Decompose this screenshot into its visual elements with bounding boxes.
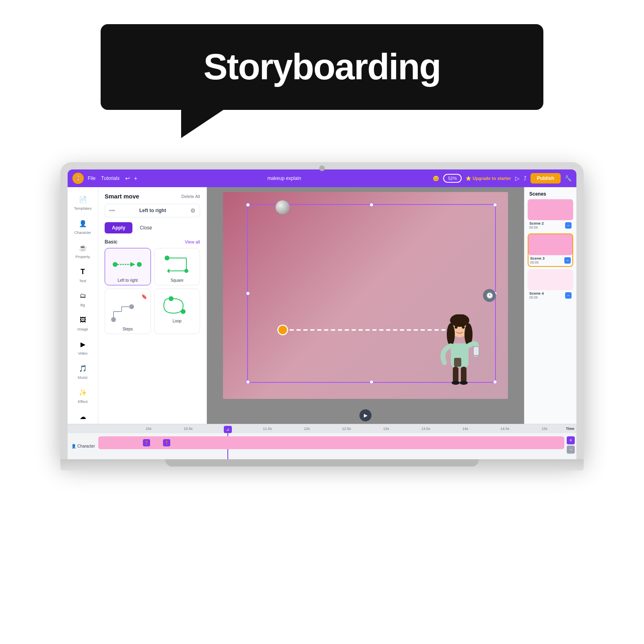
- settings-gear-icon[interactable]: ⚙: [190, 207, 196, 214]
- sidebar-label-character: Character: [74, 230, 91, 235]
- sidebar-label-music: Music: [78, 375, 88, 380]
- image-icon: 🖼: [77, 314, 89, 326]
- handle-bm[interactable]: [369, 380, 374, 384]
- sidebar-label-text: Text: [79, 279, 86, 283]
- time-controls: + −: [567, 436, 575, 454]
- scene-name-4: Scene 4: [529, 291, 544, 295]
- zoom-control[interactable]: 52%: [443, 174, 462, 183]
- smart-move-dropdown[interactable]: ••• Left to right ⚙: [105, 204, 200, 217]
- tick-12s: 12s: [287, 427, 326, 431]
- sidebar-item-video[interactable]: ▶ Video: [69, 335, 97, 359]
- steps-path-svg: [109, 302, 146, 324]
- add-icon[interactable]: +: [134, 175, 137, 182]
- sidebar-item-image[interactable]: 🖼 Image: [69, 311, 97, 334]
- scene-delete-2[interactable]: −: [565, 222, 572, 229]
- sidebar-item-uploads[interactable]: ☁ Uploads: [69, 408, 97, 424]
- sidebar-item-property[interactable]: ☕ Property: [69, 239, 97, 262]
- speech-bubble-container: Storyboarding: [101, 24, 543, 110]
- scene-thumb-3[interactable]: Scene 3 00:05 −: [528, 233, 573, 267]
- scene-name-2: Scene 2: [529, 221, 544, 225]
- tick-10s: 10s: [129, 427, 168, 431]
- keyframe-2[interactable]: 📍: [163, 439, 170, 446]
- scene-delete-3[interactable]: −: [564, 257, 571, 264]
- play-preview-icon[interactable]: ▷: [515, 175, 520, 182]
- sidebar-item-effect[interactable]: ✨ Effect: [69, 384, 97, 407]
- motion-card-square[interactable]: Square: [154, 248, 200, 285]
- scene-thumbnail-3: [528, 234, 572, 255]
- timeline-tracks: 👤 Character 📍 📍: [68, 433, 576, 459]
- svg-rect-27: [473, 347, 479, 355]
- tools-icon[interactable]: 🔧: [565, 175, 572, 182]
- keyframe-1[interactable]: 📍: [143, 439, 150, 446]
- sidebar-item-text[interactable]: T Text: [69, 263, 97, 286]
- timeline-area: 10s 10.5s 11s ⊿ 11.5s 12s 12.5s: [68, 424, 576, 459]
- handle-br[interactable]: [493, 380, 497, 384]
- tutorials-menu[interactable]: Tutorials: [101, 175, 120, 181]
- play-button[interactable]: ▶: [359, 409, 372, 421]
- character-track-bar[interactable]: 📍 📍: [98, 436, 564, 449]
- file-menu[interactable]: File: [88, 175, 95, 181]
- laptop-hinge: [165, 459, 479, 466]
- handle-tl[interactable]: [246, 203, 250, 207]
- motion-card-left-to-right[interactable]: Left to right: [105, 248, 151, 285]
- svg-point-31: [460, 381, 468, 385]
- handle-bl[interactable]: [246, 380, 250, 384]
- undo-icon[interactable]: ↩: [125, 175, 130, 182]
- tick-13-5s: 13.5s: [406, 427, 446, 431]
- smart-move-panel: Smart move Delete All ••• Left to right …: [98, 187, 207, 424]
- sidebar-item-music[interactable]: 🎵 Music: [69, 359, 97, 383]
- bg-icon: 🗂: [77, 290, 89, 301]
- svg-point-17: [181, 309, 186, 314]
- track-content[interactable]: 📍 📍: [98, 433, 576, 459]
- scene-info-4: Scene 4 00:05 −: [528, 290, 573, 301]
- sidebar-item-character[interactable]: 👤 Character: [69, 215, 97, 238]
- scene-time-4: 00:05: [529, 295, 544, 299]
- delete-all-button[interactable]: Delete All: [182, 194, 200, 199]
- time-increase-btn[interactable]: +: [567, 436, 575, 444]
- app-logo[interactable]: 🎨: [72, 173, 84, 184]
- tick-14s: 14s: [446, 427, 485, 431]
- laptop-body: 🎨 File Tutorials ↩ + makeup explain 😊 52…: [60, 162, 584, 459]
- time-label: Time: [564, 427, 576, 431]
- sidebar-item-bg[interactable]: 🗂 Bg: [69, 287, 97, 310]
- character-icon: 👤: [77, 218, 89, 229]
- clock-icon: 🕐: [483, 289, 496, 302]
- tick-15s: 15s: [525, 427, 564, 431]
- svg-point-0: [113, 262, 118, 267]
- upgrade-button[interactable]: ⭐ Upgrade to starter: [466, 176, 511, 181]
- project-name[interactable]: makeup explain: [141, 175, 427, 181]
- sidebar-label-templates: Templates: [74, 206, 91, 211]
- scenes-panel: Scenes Scene 2 00:06 −: [524, 187, 576, 424]
- svg-marker-2: [130, 262, 135, 267]
- motion-card-label-loop: Loop: [173, 319, 182, 323]
- timeline-ruler: 10s 10.5s 11s ⊿ 11.5s 12s 12.5s: [68, 424, 576, 433]
- tick-10-5s: 10.5s: [168, 427, 208, 431]
- tick-13s: 13s: [366, 427, 406, 431]
- character-figure: [436, 314, 484, 387]
- handle-tm[interactable]: [369, 203, 374, 207]
- svg-point-25: [462, 326, 465, 329]
- sidebar-item-templates[interactable]: 📄 Templates: [69, 190, 97, 214]
- share-icon[interactable]: ⤴: [524, 175, 526, 182]
- handle-tr[interactable]: [493, 203, 497, 207]
- topbar: 🎨 File Tutorials ↩ + makeup explain 😊 52…: [68, 169, 576, 187]
- scene-thumb-4[interactable]: Scene 4 00:05 −: [528, 269, 573, 301]
- tick-12-5s: 12.5s: [327, 427, 366, 431]
- publish-button[interactable]: Publish: [530, 173, 561, 184]
- handle-ml[interactable]: [246, 291, 250, 295]
- scene-delete-4[interactable]: −: [565, 292, 572, 299]
- view-all-link[interactable]: View all: [185, 239, 200, 244]
- scene-thumb-2[interactable]: Scene 2 00:06 −: [528, 199, 573, 231]
- emoji-icon: 😊: [433, 175, 439, 182]
- time-decrease-btn[interactable]: −: [567, 446, 575, 454]
- scene-info-2: Scene 2 00:06 −: [528, 220, 573, 231]
- scene-time-3: 00:05: [530, 260, 545, 264]
- svg-marker-8: [167, 268, 169, 273]
- left-to-right-path-svg: [109, 253, 146, 276]
- property-icon: ☕: [77, 242, 89, 253]
- motion-card-steps[interactable]: 🔖 Steps: [105, 289, 151, 334]
- close-button[interactable]: Close: [136, 222, 156, 233]
- motion-card-loop[interactable]: Loop: [154, 289, 200, 334]
- bookmark-icon: 🔖: [141, 294, 147, 299]
- apply-button[interactable]: Apply: [105, 222, 132, 233]
